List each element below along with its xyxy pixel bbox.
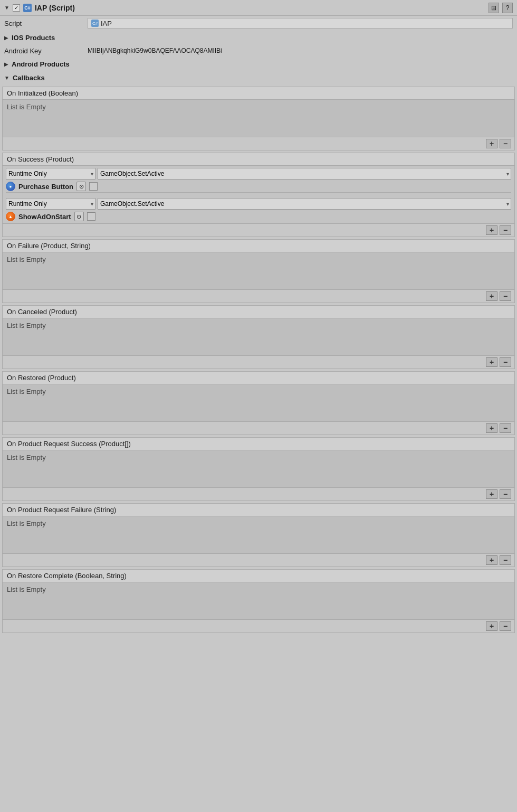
unity-icon-on_success-0: ● xyxy=(6,182,15,191)
unity-icon-on_success-1: ▲ xyxy=(6,212,15,221)
callback-group-on_product_request_failure: On Product Request Failure (String)List … xyxy=(2,503,515,567)
runtime-select-on_success-0[interactable]: Runtime OnlyEditor And RuntimeOff xyxy=(6,168,95,180)
remove-entry-button-on_canceled[interactable]: − xyxy=(500,357,511,367)
callback-group-on_success: On Success (Product)Runtime OnlyEditor A… xyxy=(2,153,515,237)
function-select-on_success-1[interactable]: GameObject.SetActiveNo Function xyxy=(98,198,511,210)
script-field[interactable]: C# IAP xyxy=(88,18,513,29)
callback-footer-on_canceled: +− xyxy=(3,355,514,369)
android-products-row: ▶ Android Products xyxy=(0,57,517,71)
android-products-triangle[interactable]: ▶ xyxy=(4,61,8,67)
add-entry-button-on_failure[interactable]: + xyxy=(486,291,497,301)
remove-entry-button-on_success[interactable]: − xyxy=(500,225,511,235)
callback-header-on_product_request_failure: On Product Request Failure (String) xyxy=(3,504,514,516)
add-entry-button-on_canceled[interactable]: + xyxy=(486,357,497,367)
ios-products-row: ▶ IOS Products xyxy=(0,31,517,44)
runtime-dropdown-wrapper-on_success-0: Runtime OnlyEditor And RuntimeOff xyxy=(6,168,95,180)
callback-header-on_product_request_success: On Product Request Success (Product[]) xyxy=(3,438,514,450)
callback-footer-on_restore_complete: +− xyxy=(3,619,514,632)
remove-entry-button-on_failure[interactable]: − xyxy=(500,291,511,301)
separator xyxy=(6,192,511,193)
callbacks-triangle[interactable]: ▼ xyxy=(4,75,9,81)
component-checkbox[interactable]: ✓ xyxy=(13,4,20,12)
function-select-on_success-0[interactable]: GameObject.SetActiveNo Function xyxy=(98,168,511,180)
callback-footer-on_restored: +− xyxy=(3,421,514,435)
add-entry-button-on_restore_complete[interactable]: + xyxy=(486,621,497,631)
callback-header-on_initialized: On Initialized (Boolean) xyxy=(3,87,514,100)
callback-empty-on_product_request_success: List is Empty xyxy=(3,450,514,487)
function-dropdown-wrapper-on_success-1: GameObject.SetActiveNo Function xyxy=(98,198,511,210)
callback-group-on_product_request_success: On Product Request Success (Product[])Li… xyxy=(2,437,515,501)
callback-empty-on_failure: List is Empty xyxy=(3,252,514,289)
context-menu-icon[interactable]: ⊟ xyxy=(489,3,499,13)
callback-footer-on_product_request_success: +− xyxy=(3,487,514,501)
remove-entry-button-on_restore_complete[interactable]: − xyxy=(500,621,511,631)
add-entry-button-on_product_request_failure[interactable]: + xyxy=(486,555,497,565)
callback-footer-on_product_request_failure: +− xyxy=(3,553,514,566)
callbacks-label: Callbacks xyxy=(13,74,45,82)
inspector-header: ▼ ✓ C# IAP (Script) ⊟ ? xyxy=(0,0,517,16)
ios-products-triangle[interactable]: ▶ xyxy=(4,35,8,41)
script-file-icon: C# xyxy=(91,20,99,27)
callback-footer-on_failure: +− xyxy=(3,289,514,303)
object-row-on_success-0: ●Purchase Button⊙ xyxy=(6,182,511,191)
callback-footer-on_initialized: +− xyxy=(3,137,514,150)
callback-empty-on_initialized: List is Empty xyxy=(3,100,514,137)
collapse-triangle[interactable]: ▼ xyxy=(4,5,9,11)
android-key-label: Android Key xyxy=(4,47,83,55)
object-name-on_success-1: ShowAdOnStart xyxy=(18,213,71,221)
object-checkbox-on_success-1[interactable] xyxy=(87,212,95,221)
runtime-dropdown-wrapper-on_success-1: Runtime OnlyEditor And RuntimeOff xyxy=(6,198,95,210)
android-key-value: MIIBIjANBgkqhkiG9w0BAQEFAAOCAQ8AMIIBi xyxy=(88,47,513,54)
add-entry-button-on_product_request_success[interactable]: + xyxy=(486,489,497,499)
callback-header-on_success: On Success (Product) xyxy=(3,153,514,166)
callback-group-on_restored: On Restored (Product)List is Empty+− xyxy=(2,371,515,435)
callbacks-row: ▼ Callbacks xyxy=(0,71,517,84)
script-value: IAP xyxy=(101,20,112,27)
callback-header-on_failure: On Failure (Product, String) xyxy=(3,240,514,252)
object-checkbox-on_success-0[interactable] xyxy=(89,182,98,191)
event-dropdown-row-on_success-0: Runtime OnlyEditor And RuntimeOffGameObj… xyxy=(6,168,511,180)
remove-entry-button-on_product_request_success[interactable]: − xyxy=(500,489,511,499)
callback-empty-on_restored: List is Empty xyxy=(3,384,514,421)
remove-entry-button-on_initialized[interactable]: − xyxy=(500,139,511,148)
callback-group-on_failure: On Failure (Product, String)List is Empt… xyxy=(2,239,515,303)
object-row-on_success-1: ▲ShowAdOnStart⊙ xyxy=(6,212,511,221)
script-label: Script xyxy=(4,20,83,27)
component-title: IAP (Script) xyxy=(35,4,485,12)
help-icon[interactable]: ? xyxy=(502,3,513,13)
callback-header-on_canceled: On Canceled (Product) xyxy=(3,306,514,318)
android-products-label: Android Products xyxy=(12,60,70,68)
callback-footer-on_success: +− xyxy=(3,223,514,237)
script-property-row: Script C# IAP xyxy=(0,16,517,31)
callback-header-on_restored: On Restored (Product) xyxy=(3,372,514,384)
ios-products-label: IOS Products xyxy=(12,34,55,42)
function-dropdown-wrapper-on_success-0: GameObject.SetActiveNo Function xyxy=(98,168,511,180)
callback-empty-on_restore_complete: List is Empty xyxy=(3,582,514,619)
event-entry-on_success-0: Runtime OnlyEditor And RuntimeOffGameObj… xyxy=(3,166,514,196)
callback-empty-on_canceled: List is Empty xyxy=(3,318,514,355)
event-entry-on_success-1: Runtime OnlyEditor And RuntimeOffGameObj… xyxy=(3,196,514,223)
android-key-row: Android Key MIIBIjANBgkqhkiG9w0BAQEFAAOC… xyxy=(0,44,517,57)
add-entry-button-on_restored[interactable]: + xyxy=(486,423,497,433)
callback-group-on_initialized: On Initialized (Boolean)List is Empty+− xyxy=(2,87,515,150)
remove-entry-button-on_product_request_failure[interactable]: − xyxy=(500,555,511,565)
component-icon: C# xyxy=(23,4,32,12)
callback-empty-on_product_request_failure: List is Empty xyxy=(3,516,514,553)
remove-entry-button-on_restored[interactable]: − xyxy=(500,423,511,433)
callback-group-on_canceled: On Canceled (Product)List is Empty+− xyxy=(2,305,515,369)
event-dropdown-row-on_success-1: Runtime OnlyEditor And RuntimeOffGameObj… xyxy=(6,198,511,210)
callbacks-section: On Initialized (Boolean)List is Empty+−O… xyxy=(0,87,517,633)
callback-group-on_restore_complete: On Restore Complete (Boolean, String)Lis… xyxy=(2,569,515,633)
target-icon-on_success-0[interactable]: ⊙ xyxy=(76,182,86,191)
object-name-on_success-0: Purchase Button xyxy=(18,183,73,191)
add-entry-button-on_success[interactable]: + xyxy=(486,225,497,235)
add-entry-button-on_initialized[interactable]: + xyxy=(486,139,497,148)
runtime-select-on_success-1[interactable]: Runtime OnlyEditor And RuntimeOff xyxy=(6,198,95,210)
callback-header-on_restore_complete: On Restore Complete (Boolean, String) xyxy=(3,570,514,582)
target-icon-on_success-1[interactable]: ⊙ xyxy=(74,212,84,221)
